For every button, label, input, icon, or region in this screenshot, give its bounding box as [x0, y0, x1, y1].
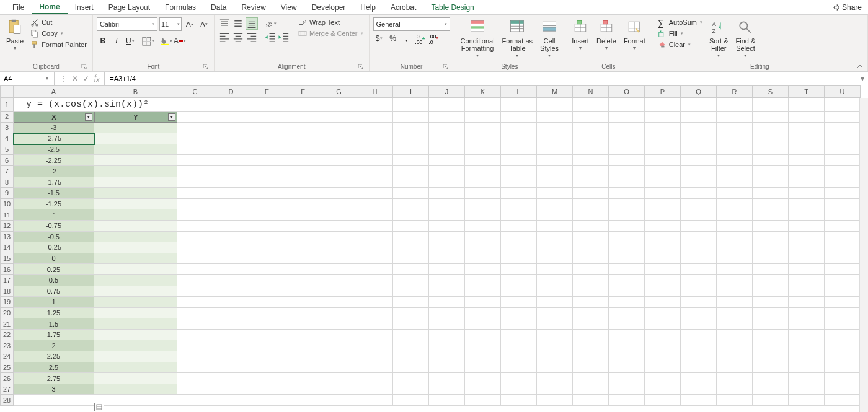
- cell-A18[interactable]: 0.75: [14, 286, 94, 297]
- cell-G16[interactable]: [321, 264, 357, 275]
- cell-J12[interactable]: [429, 221, 465, 232]
- formula-input[interactable]: [105, 75, 857, 82]
- cell-G9[interactable]: [321, 188, 357, 199]
- cell-I8[interactable]: [393, 177, 429, 188]
- cell-L22[interactable]: [501, 330, 537, 341]
- cell-N4[interactable]: [573, 133, 609, 144]
- cell-L16[interactable]: [501, 264, 537, 275]
- cell-G28[interactable]: [321, 395, 357, 406]
- cell-J19[interactable]: [429, 297, 465, 308]
- cell-C4[interactable]: [177, 133, 213, 144]
- tab-data[interactable]: Data: [203, 1, 234, 14]
- cell-M4[interactable]: [537, 133, 573, 144]
- cell-T14[interactable]: [789, 242, 825, 253]
- cell-D20[interactable]: [213, 308, 249, 319]
- cell-N19[interactable]: [573, 297, 609, 308]
- cell-F5[interactable]: [285, 144, 321, 156]
- cell-U18[interactable]: [825, 286, 861, 297]
- cell-H19[interactable]: [357, 297, 393, 308]
- cell-E20[interactable]: [249, 308, 285, 319]
- cell-A25[interactable]: 2.5: [14, 362, 94, 374]
- cell-O26[interactable]: [609, 373, 645, 384]
- cell-B18[interactable]: [94, 286, 177, 297]
- cell-O12[interactable]: [609, 221, 645, 232]
- cell-C19[interactable]: [177, 297, 213, 308]
- tab-view[interactable]: View: [273, 1, 304, 14]
- cell-B7[interactable]: [94, 166, 177, 177]
- cell-B4[interactable]: [94, 133, 177, 144]
- cell-B23[interactable]: [94, 340, 177, 351]
- cell-D13[interactable]: [213, 232, 249, 243]
- cell-U19[interactable]: [825, 297, 861, 308]
- cell-U25[interactable]: [825, 362, 861, 374]
- cell-B21[interactable]: [94, 318, 177, 330]
- cell-H28[interactable]: [357, 395, 393, 406]
- cell-R19[interactable]: [717, 297, 753, 308]
- delete-cells-button[interactable]: Delete▾: [594, 17, 619, 53]
- cell-P28[interactable]: [645, 395, 681, 406]
- cell-C2[interactable]: [177, 112, 213, 123]
- cell-G7[interactable]: [321, 166, 357, 177]
- cell-B22[interactable]: [94, 330, 177, 341]
- cell-B14[interactable]: [94, 242, 177, 253]
- cell-J2[interactable]: [429, 112, 465, 123]
- cell-M9[interactable]: [537, 188, 573, 199]
- cell-H18[interactable]: [357, 286, 393, 297]
- cell-H6[interactable]: [357, 155, 393, 166]
- cell-C5[interactable]: [177, 144, 213, 156]
- cell-L7[interactable]: [501, 166, 537, 177]
- cell-O6[interactable]: [609, 155, 645, 166]
- cell-S21[interactable]: [753, 318, 789, 330]
- cell-C9[interactable]: [177, 188, 213, 199]
- table-header-y[interactable]: Y▾: [94, 112, 177, 123]
- cell-E25[interactable]: [249, 362, 285, 374]
- cell-K12[interactable]: [465, 221, 501, 232]
- cell-P6[interactable]: [645, 155, 681, 166]
- decrease-indent-button[interactable]: [264, 31, 277, 43]
- cell-S17[interactable]: [753, 275, 789, 286]
- cell-D15[interactable]: [213, 253, 249, 265]
- cell-U4[interactable]: [825, 133, 861, 144]
- cell-J1[interactable]: [429, 98, 465, 112]
- tab-page-layout[interactable]: Page Layout: [101, 1, 157, 14]
- cell-R12[interactable]: [717, 221, 753, 232]
- format-as-table-button[interactable]: Format as Table▾: [500, 17, 536, 60]
- cell-D3[interactable]: [213, 123, 249, 134]
- cell-Q18[interactable]: [681, 286, 717, 297]
- cell-A6[interactable]: -2.25: [14, 155, 94, 166]
- cell-D16[interactable]: [213, 264, 249, 275]
- cell-D12[interactable]: [213, 221, 249, 232]
- cell-K20[interactable]: [465, 308, 501, 319]
- column-header-I[interactable]: I: [393, 85, 429, 98]
- cell-T2[interactable]: [789, 112, 825, 123]
- column-header-N[interactable]: N: [573, 85, 609, 98]
- cell-M5[interactable]: [537, 144, 573, 156]
- column-header-J[interactable]: J: [429, 85, 465, 98]
- cell-J17[interactable]: [429, 275, 465, 286]
- increase-decimal-button[interactable]: .0.00: [414, 32, 427, 45]
- cell-S4[interactable]: [753, 133, 789, 144]
- cell-T28[interactable]: [789, 395, 825, 406]
- cell-I23[interactable]: [393, 340, 429, 351]
- cell-R21[interactable]: [717, 318, 753, 330]
- cell-J14[interactable]: [429, 242, 465, 253]
- tab-table-design[interactable]: Table Design: [423, 1, 481, 14]
- cell-R3[interactable]: [717, 123, 753, 134]
- cell-R23[interactable]: [717, 340, 753, 351]
- cell-U2[interactable]: [825, 112, 861, 123]
- cell-U17[interactable]: [825, 275, 861, 286]
- cell-M12[interactable]: [537, 221, 573, 232]
- cell-P21[interactable]: [645, 318, 681, 330]
- cell-K9[interactable]: [465, 188, 501, 199]
- cell-C27[interactable]: [177, 384, 213, 395]
- cell-C22[interactable]: [177, 330, 213, 341]
- cell-S10[interactable]: [753, 199, 789, 210]
- row-header-11[interactable]: 11: [0, 209, 14, 221]
- row-header-23[interactable]: 23: [0, 340, 14, 351]
- row-header-4[interactable]: 4: [0, 133, 14, 144]
- cell-D4[interactable]: [213, 133, 249, 144]
- format-painter-button[interactable]: Format Painter: [29, 40, 89, 50]
- cell-J5[interactable]: [429, 144, 465, 156]
- cell-J13[interactable]: [429, 232, 465, 243]
- cell-U11[interactable]: [825, 209, 861, 221]
